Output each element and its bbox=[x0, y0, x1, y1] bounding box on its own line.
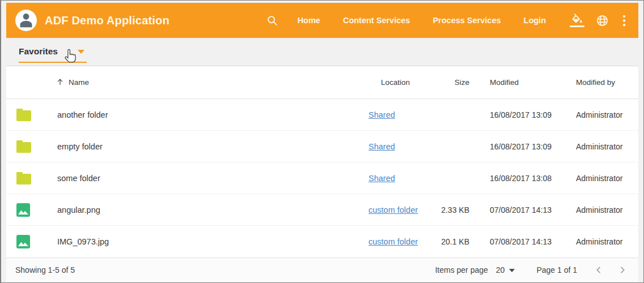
header-nav: Home Content Services Process Services L… bbox=[266, 14, 628, 27]
location-link[interactable]: Shared bbox=[368, 110, 395, 119]
column-header-modified[interactable]: Modified bbox=[475, 78, 571, 87]
app-logo-avatar[interactable] bbox=[15, 10, 37, 31]
next-page-button[interactable] bbox=[618, 265, 627, 275]
tab-favorites[interactable]: Favorites bbox=[19, 46, 87, 63]
search-icon[interactable] bbox=[266, 14, 278, 27]
column-header-name-label: Name bbox=[69, 78, 89, 87]
previous-page-button[interactable] bbox=[594, 265, 603, 275]
app-window: ADF Demo Application Home Content Servic… bbox=[0, 0, 644, 283]
row-modified-by: Administrator bbox=[571, 142, 638, 151]
row-name[interactable]: angular.png bbox=[50, 205, 356, 215]
table-header-row: Name Location Size Modified Modified by bbox=[6, 66, 638, 99]
row-name[interactable]: empty folder bbox=[50, 142, 356, 151]
sort-arrow-up-icon[interactable] bbox=[56, 78, 64, 88]
nav-home[interactable]: Home bbox=[298, 16, 320, 25]
row-modified-by: Administrator bbox=[571, 237, 638, 246]
column-header-name[interactable]: Name bbox=[50, 78, 356, 88]
row-name[interactable]: another folder bbox=[50, 110, 356, 119]
items-per-page-value: 20 bbox=[496, 265, 505, 275]
row-modified-by: Administrator bbox=[571, 174, 638, 183]
folder-icon bbox=[6, 109, 50, 121]
document-list: Name Location Size Modified Modified by … bbox=[6, 66, 638, 258]
column-header-modified-by[interactable]: Modified by bbox=[571, 78, 638, 87]
nav-content-services[interactable]: Content Services bbox=[343, 16, 410, 25]
table-row-another-folder[interactable]: another folder Shared 16/08/2017 13:09 A… bbox=[6, 99, 638, 131]
page-status-label: Page 1 of 1 bbox=[536, 265, 577, 275]
paginator-controls: Items per page 20 Page 1 of 1 bbox=[435, 265, 630, 275]
location-link[interactable]: custom folder bbox=[368, 205, 418, 215]
row-size: 20.1 KB bbox=[433, 237, 475, 246]
person-icon bbox=[15, 10, 37, 31]
column-header-size[interactable]: Size bbox=[433, 78, 475, 87]
app-title: ADF Demo Application bbox=[45, 14, 170, 27]
row-modified: 16/08/2017 13:09 bbox=[475, 110, 571, 119]
row-size: 2.33 KB bbox=[433, 205, 475, 215]
more-options-icon[interactable] bbox=[622, 14, 626, 27]
table-row-angular-png[interactable]: angular.png custom folder 2.33 KB 07/08/… bbox=[6, 194, 638, 226]
row-modified: 07/08/2017 14:13 bbox=[475, 205, 571, 215]
location-link[interactable]: Shared bbox=[368, 142, 395, 151]
column-header-location[interactable]: Location bbox=[356, 78, 433, 87]
chevron-down-icon[interactable] bbox=[78, 50, 84, 54]
location-link[interactable]: custom folder bbox=[368, 237, 418, 246]
row-modified: 16/08/2017 13:09 bbox=[475, 142, 571, 151]
row-name[interactable]: some folder bbox=[50, 174, 356, 183]
folder-icon bbox=[6, 172, 50, 185]
row-name[interactable]: IMG_0973.jpg bbox=[50, 237, 356, 246]
theme-color-fill-icon[interactable] bbox=[570, 14, 584, 27]
dropdown-caret-icon bbox=[509, 269, 515, 272]
tab-bar: Favorites bbox=[6, 38, 638, 66]
color-fill-bar bbox=[570, 25, 584, 27]
items-per-page-label: Items per page bbox=[435, 265, 488, 275]
paginator-bar: Showing 1-5 of 5 Items per page 20 Page … bbox=[6, 258, 638, 282]
image-file-icon bbox=[6, 203, 50, 217]
header-bar: ADF Demo Application Home Content Servic… bbox=[6, 3, 638, 38]
row-modified-by: Administrator bbox=[571, 205, 638, 215]
table-row-some-folder[interactable]: some folder Shared 16/08/2017 13:08 Admi… bbox=[6, 162, 638, 194]
language-globe-icon[interactable] bbox=[596, 14, 609, 27]
table-row-empty-folder[interactable]: empty folder Shared 16/08/2017 13:09 Adm… bbox=[6, 131, 638, 162]
folder-icon bbox=[6, 140, 50, 153]
row-modified: 07/08/2017 14:13 bbox=[475, 237, 571, 246]
nav-process-services[interactable]: Process Services bbox=[433, 16, 501, 25]
nav-login[interactable]: Login bbox=[524, 16, 546, 25]
row-modified-by: Administrator bbox=[571, 110, 638, 119]
showing-range-label: Showing 1-5 of 5 bbox=[15, 265, 75, 275]
tab-favorites-label: Favorites bbox=[19, 46, 58, 57]
table-row-img-0973-jpg[interactable]: IMG_0973.jpg custom folder 20.1 KB 07/08… bbox=[6, 226, 638, 258]
items-per-page-select[interactable]: 20 bbox=[496, 265, 515, 275]
adf-demo-app: ADF Demo Application Home Content Servic… bbox=[6, 3, 638, 281]
location-link[interactable]: Shared bbox=[368, 174, 395, 183]
row-modified: 16/08/2017 13:08 bbox=[475, 174, 571, 183]
image-file-icon bbox=[6, 235, 50, 248]
